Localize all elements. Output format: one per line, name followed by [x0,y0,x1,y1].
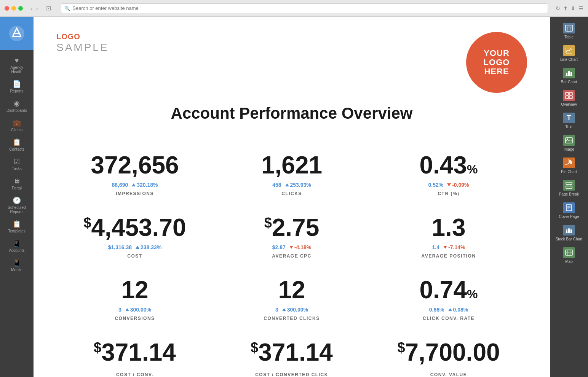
metric-value: $7,700.00 [378,340,519,364]
sidebar-item-text[interactable]: T Text [550,110,588,131]
minimize-button[interactable] [11,6,16,11]
metric-prev: 0.52% [428,182,443,188]
maximize-button[interactable] [18,6,23,11]
reload-button[interactable]: ↻ [556,5,560,11]
app-layout: ♥ AgencyHealth 📄 Reports ◉ Dashboards 💼 … [0,17,588,377]
metric-prev: 3 [275,307,278,313]
arrow-up-icon [132,183,136,186]
sidebar-item-clients[interactable]: 💼 Clients [0,116,34,135]
svg-rect-15 [569,96,572,99]
bar-chart-icon [563,68,575,78]
dashboards-icon: ◉ [14,100,20,107]
address-bar: 🔍 [61,3,548,13]
close-button[interactable] [5,6,9,11]
metric-comparison: 458 253.93% [221,182,363,188]
metric-change: 300.00% [282,307,308,313]
sidebar-item-map[interactable]: Map [550,244,588,266]
sidebar-item-image[interactable]: Image [550,132,588,154]
metric-value: 1,621 [221,153,363,177]
content-area: LOGO SAMPLE YOURLOGOHERE Account Perform… [34,17,550,377]
metric-change: -0.09% [447,182,469,188]
sidebar-item-overview[interactable]: Overview [550,87,588,109]
svg-rect-10 [570,72,572,76]
sidebar-item-line-chart[interactable]: Line Chart [550,42,588,64]
metric-label: COST [64,253,206,259]
sidebar-item-page-break[interactable]: Page Break [550,177,588,199]
table-icon [563,23,575,33]
metric-comparison: 3 300.00% [64,307,206,313]
sidebar-item-scheduled-reports[interactable]: 🕐 ScheduledReports [0,193,34,217]
sidebar-item-label: AgencyHealth [10,65,23,74]
metric-prev: 458 [272,182,281,188]
sidebar-item-mobile[interactable]: 📱 Mobile [0,256,34,275]
sidebar-item-stack-bar-chart[interactable]: Stack Bar Chart [550,222,588,243]
image-icon [563,135,575,146]
arrow-up-icon [282,308,286,311]
logo-sample: LOGO SAMPLE [56,32,109,54]
sidebar-logo [0,17,34,50]
back-button[interactable]: ‹ [29,5,34,12]
metric-comparison: 3 300.00% [221,307,363,313]
metric-prev: 0.66% [429,307,444,313]
sidebar-item-reports[interactable]: 📄 Reports [0,77,34,96]
sidebar-item-dashboards[interactable]: ◉ Dashboards [0,96,34,116]
sidebar-item-tasks[interactable]: ☑ Tasks [0,154,34,174]
cover-page-icon [563,202,575,213]
svg-point-17 [567,138,568,140]
svg-rect-30 [570,230,572,233]
metric-change: -7.14% [443,244,465,250]
metric-prev: 1.4 [432,244,439,250]
sidebar-toggle-button[interactable]: ⊡ [44,4,53,13]
metric-conversions: 12 3 300.00% CONVERSIONS [56,266,213,329]
metric-cost-per-conv: $371.14 COST / CONV. [56,329,213,377]
metric-click-conv-rate: 0.74% 0.66% 0.08% CLICK CONV. RATE [370,266,527,329]
map-icon [563,247,575,258]
metric-change: 0.08% [448,307,468,313]
sidebar-item-templates[interactable]: 📋 Templates [0,217,34,236]
metric-comparison: $2.87 -4.18% [221,244,363,250]
sidebar-item-label: Reports [10,89,23,93]
left-sidebar: ♥ AgencyHealth 📄 Reports ◉ Dashboards 💼 … [0,17,34,377]
tasks-icon: ☑ [14,158,20,165]
sidebar-item-bar-chart[interactable]: Bar Chart [550,65,588,86]
sidebar-item-cover-page[interactable]: Cover Page [550,199,588,221]
svg-rect-1 [12,36,21,37]
arrow-up-icon [136,246,139,249]
sidebar-item-accounts[interactable]: 📱 Accounts [0,236,34,256]
portal-icon: 🖥 [13,178,20,185]
overview-icon [563,90,575,101]
metric-comparison: 1.4 -7.14% [378,244,519,250]
sidebar-item-label: Accounts [9,248,24,253]
share-button[interactable]: ⬆ [563,5,568,11]
more-button[interactable]: ☰ [578,5,583,11]
metric-comparison: 0.66% 0.08% [378,307,519,313]
sidebar-item-agency-health[interactable]: ♥ AgencyHealth [0,53,34,77]
metric-value: 12 [64,278,206,302]
sidebar-item-label: Portal [12,186,22,190]
metric-label: CLICKS [221,191,363,196]
metric-change: 238.33% [136,244,161,250]
logo-word: LOGO [56,32,109,41]
sidebar-item-table[interactable]: Table [550,20,588,41]
download-button[interactable]: ⬇ [571,5,575,11]
arrow-up-icon [125,308,129,311]
sidebar-item-pie-chart[interactable]: Pie Chart [550,154,588,176]
report-header: LOGO SAMPLE YOURLOGOHERE [56,32,527,93]
sidebar-item-label: Tasks [12,167,22,171]
arrow-up-icon [448,308,452,311]
sidebar-item-label: ScheduledReports [8,205,26,214]
address-input[interactable] [72,5,545,11]
metric-prev: 88,690 [112,182,128,188]
sidebar-item-portal[interactable]: 🖥 Portal [0,174,34,193]
sidebar-label: Map [565,259,572,264]
sidebar-label: Page Break [559,192,579,196]
metric-label: COST / CONV. [64,372,206,377]
sidebar-item-label: Dashboards [6,108,27,113]
svg-rect-31 [570,229,572,230]
svg-rect-19 [566,186,572,188]
metric-label: AVERAGE POSITION [378,253,519,259]
sidebar-item-contacts[interactable]: 📋 Contacts [0,135,34,154]
traffic-lights [5,6,23,11]
metric-change: -4.18% [289,244,311,250]
forward-button[interactable]: › [35,5,40,12]
